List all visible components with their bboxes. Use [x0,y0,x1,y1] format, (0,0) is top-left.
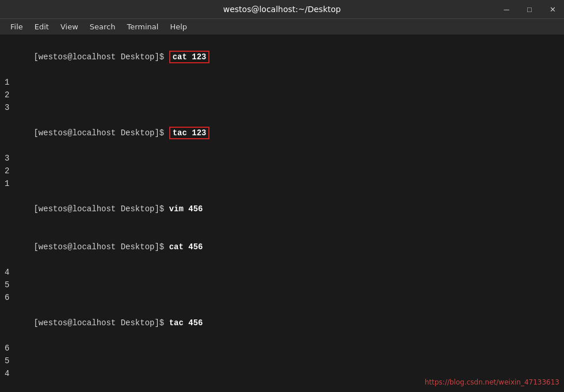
terminal-body[interactable]: [westos@localhost Desktop]$ cat 123 1 2 … [0,35,564,392]
output-line: 6 [5,342,559,355]
output-line: 1 [5,76,559,89]
output-line: 2 [5,165,559,177]
output-line: 1 [5,177,559,190]
terminal-line: [westos@localhost Desktop]$ tac 456 [5,304,559,342]
command-cat-123: cat 123 [169,51,210,63]
terminal-line: [westos@localhost Desktop]$ cat 123 [5,38,559,76]
menu-file[interactable]: File [5,21,29,32]
prompt: [westos@localhost Desktop]$ [33,128,169,138]
prompt: [westos@localhost Desktop]$ [33,242,169,252]
title-bar: westos@localhost:~/Desktop ─ □ ✕ [0,0,564,18]
output-line: 2 [5,89,559,101]
terminal-line: [westos@localhost Desktop]$ cat 456 [5,228,559,266]
close-button[interactable]: ✕ [541,0,564,18]
command-cat-456: cat 456 [169,242,203,252]
terminal-line: [westos@localhost Desktop]$ tac 123 [5,114,559,152]
output-line: 3 [5,101,559,114]
output-line: 3 [5,152,559,165]
command-tac-456: tac 456 [169,318,203,328]
command-tac-123: tac 123 [169,127,210,139]
maximize-button[interactable]: □ [518,0,541,18]
menu-edit[interactable]: Edit [29,21,55,32]
output-line: 5 [5,355,559,367]
menu-view[interactable]: View [55,21,84,32]
output-line: 5 [5,279,559,291]
menu-terminal[interactable]: Terminal [121,21,164,32]
output-line: 4 [5,266,559,279]
watermark: https://blog.csdn.net/weixin_47133613 [425,377,559,387]
terminal-line: [westos@localhost Desktop]$ vim 456 [5,190,559,228]
menu-search[interactable]: Search [84,21,121,32]
output-line: 6 [5,291,559,304]
minimize-button[interactable]: ─ [495,0,518,18]
menu-bar: File Edit View Search Terminal Help [0,18,564,35]
window-controls: ─ □ ✕ [495,0,564,18]
window-title: westos@localhost:~/Desktop [223,5,341,14]
terminal-window: westos@localhost:~/Desktop ─ □ ✕ File Ed… [0,0,564,392]
menu-help[interactable]: Help [164,21,193,32]
command-vim-456: vim 456 [169,204,203,214]
prompt: [westos@localhost Desktop]$ [33,204,169,214]
prompt: [westos@localhost Desktop]$ [33,52,169,62]
prompt: [westos@localhost Desktop]$ [33,318,169,328]
